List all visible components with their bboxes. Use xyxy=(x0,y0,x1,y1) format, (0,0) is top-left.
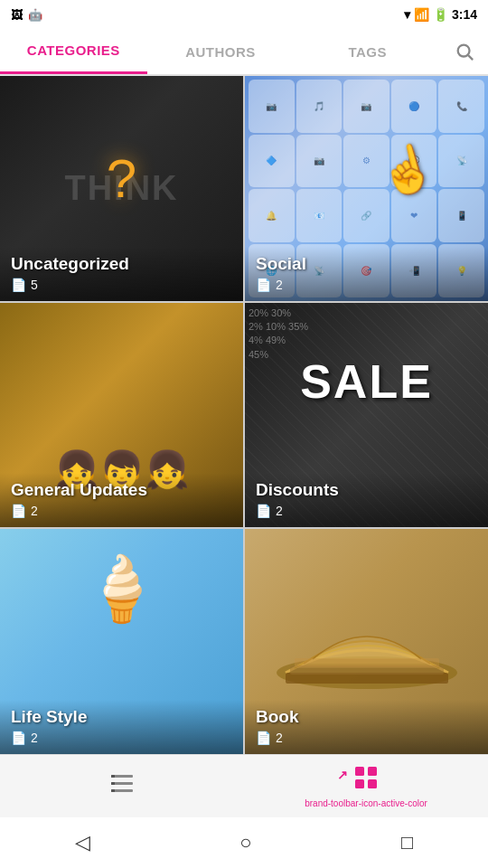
s-icon-4: 🔵 xyxy=(391,80,437,133)
doc-icon-2: 📄 xyxy=(256,278,271,292)
status-bar: 🖼 🤖 ▾ 📶 🔋 3:14 xyxy=(0,0,488,29)
grid-view-button[interactable]: brand-toolbar-icon-active-color xyxy=(244,765,488,808)
status-icons-right: ▾ 📶 🔋 3:14 xyxy=(404,7,477,22)
books-visual xyxy=(245,541,488,710)
doc-icon-4: 📄 xyxy=(256,504,271,518)
discounts-count: 📄 2 xyxy=(256,504,477,518)
toolbar-active-label: brand-toolbar-icon-active-color xyxy=(305,798,427,808)
general-title: General Updates xyxy=(11,480,232,500)
doc-icon: 📄 xyxy=(11,278,26,292)
uncategorized-overlay: Uncategorized 📄 5 xyxy=(0,247,243,301)
system-nav: ◁ ○ □ xyxy=(0,817,488,868)
svg-rect-14 xyxy=(355,779,364,788)
svg-line-1 xyxy=(468,55,473,60)
battery-icon: 🔋 xyxy=(433,7,448,22)
sale-text: SALE xyxy=(300,354,433,409)
s-icon-12: 📧 xyxy=(296,189,343,242)
lifestyle-title: Life Style xyxy=(11,707,232,727)
bottom-toolbar: ↗ brand-toolbar-icon-active-color xyxy=(0,754,488,817)
svg-rect-12 xyxy=(355,767,364,776)
question-mark-icon: ? xyxy=(107,147,136,210)
tab-categories[interactable]: CATEGORIES xyxy=(0,29,147,74)
back-button[interactable]: ◁ xyxy=(57,822,108,863)
s-icon-6: 🔷 xyxy=(249,135,295,188)
tab-tags[interactable]: TAGS xyxy=(294,29,441,74)
grid-icon xyxy=(353,765,379,797)
social-count: 📄 2 xyxy=(256,278,477,292)
social-overlay: Social 📄 2 xyxy=(245,247,488,301)
list-view-button[interactable] xyxy=(0,770,244,802)
tab-authors[interactable]: AUTHORS xyxy=(147,29,295,74)
s-icon-15: 📱 xyxy=(438,189,484,242)
image-icon: 🖼 xyxy=(11,8,23,22)
category-book[interactable]: Book 📄 2 xyxy=(245,529,488,754)
s-icon-1: 📷 xyxy=(249,80,295,133)
discounts-overlay: Discounts 📄 2 xyxy=(245,473,488,527)
category-lifestyle[interactable]: 🍦 Life Style 📄 2 xyxy=(0,529,243,754)
wifi-icon: ▾ xyxy=(404,7,410,22)
svg-rect-10 xyxy=(111,782,115,785)
s-icon-13: 🔗 xyxy=(343,189,389,242)
doc-icon-3: 📄 xyxy=(11,504,26,518)
s-icon-3: 📷 xyxy=(343,80,389,133)
icecream-icon: 🍦 xyxy=(82,552,161,626)
svg-rect-9 xyxy=(111,775,115,778)
general-count: 📄 2 xyxy=(11,504,232,518)
search-button[interactable] xyxy=(441,29,488,74)
s-icon-2: 🎵 xyxy=(296,80,343,133)
s-icon-5: 📞 xyxy=(438,80,484,133)
list-icon xyxy=(109,770,135,802)
recent-button[interactable]: □ xyxy=(383,822,431,863)
book-title: Book xyxy=(256,707,477,727)
android-icon: 🤖 xyxy=(28,8,42,22)
svg-rect-11 xyxy=(111,789,115,792)
uncategorized-count: 📄 5 xyxy=(11,278,232,292)
book-count: 📄 2 xyxy=(256,731,477,745)
s-icon-11: 🔔 xyxy=(249,189,295,242)
book-overlay: Book 📄 2 xyxy=(245,700,488,754)
lifestyle-overlay: Life Style 📄 2 xyxy=(0,700,243,754)
doc-icon-5: 📄 xyxy=(11,731,26,745)
arrow-icon: ↗ xyxy=(337,768,348,782)
signal-icon: 📶 xyxy=(414,7,429,22)
nav-tabs: CATEGORIES AUTHORS TAGS xyxy=(0,29,488,76)
general-overlay: General Updates 📄 2 xyxy=(0,473,243,527)
category-social[interactable]: 📷 🎵 📷 🔵 📞 🔷 📷 ⚙ 💬 📡 🔔 📧 🔗 ❤ 📱 🌐 📡 🎯 📲 xyxy=(245,76,488,301)
lifestyle-count: 📄 2 xyxy=(11,731,232,745)
category-general-updates[interactable]: 👧👦👧 General Updates 📄 2 xyxy=(0,303,243,528)
social-title: Social xyxy=(256,254,477,274)
discounts-title: Discounts xyxy=(256,480,477,500)
category-uncategorized[interactable]: THINK ? Uncategorized 📄 5 xyxy=(0,76,243,301)
svg-rect-15 xyxy=(368,779,377,788)
home-button[interactable]: ○ xyxy=(221,822,269,863)
s-icon-10: 📡 xyxy=(438,135,484,188)
svg-point-0 xyxy=(458,45,470,57)
uncategorized-title: Uncategorized xyxy=(11,254,232,274)
svg-rect-13 xyxy=(368,767,377,776)
status-icons-left: 🖼 🤖 xyxy=(11,8,42,22)
categories-grid: THINK ? Uncategorized 📄 5 📷 🎵 📷 🔵 📞 🔷 📷 … xyxy=(0,76,488,754)
doc-icon-6: 📄 xyxy=(256,731,271,745)
svg-rect-5 xyxy=(295,658,439,667)
category-discounts[interactable]: 20% 30%2% 10% 35%4% 49%45% SALE Discount… xyxy=(245,303,488,528)
s-icon-7: 📷 xyxy=(296,135,343,188)
time-display: 3:14 xyxy=(452,7,477,22)
